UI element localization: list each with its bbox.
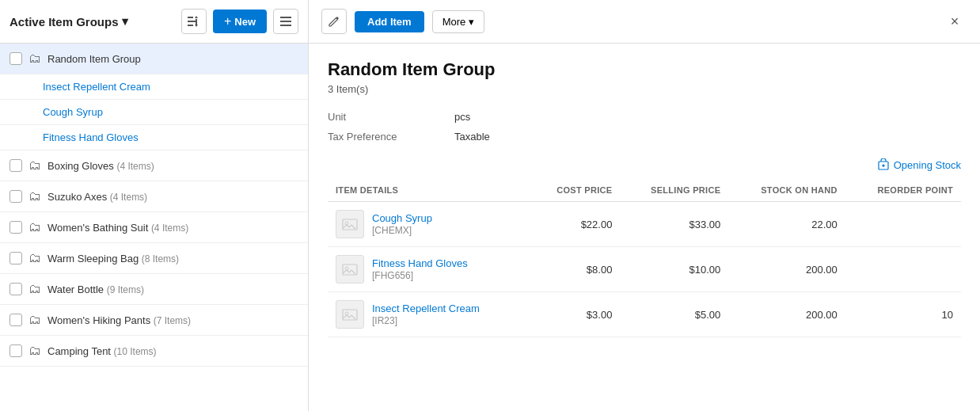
th-item-details: Item Details bbox=[328, 179, 530, 202]
more-label: More bbox=[443, 16, 466, 28]
svg-rect-3 bbox=[196, 19, 197, 25]
svg-marker-4 bbox=[195, 16, 198, 18]
sidebar: 🗂 Random Item Group Insect Repellent Cre… bbox=[0, 44, 309, 411]
fitness-hand-gloves-link[interactable]: Fitness Hand Gloves bbox=[43, 131, 139, 143]
cost-price-cell: $3.00 bbox=[530, 292, 620, 337]
detail-group-name: Random Item Group bbox=[328, 59, 961, 80]
active-item-groups-dropdown[interactable]: Active Item Groups ▾ bbox=[9, 14, 175, 29]
item-thumbnail bbox=[336, 255, 364, 284]
sidebar-item-warm-sleeping-bag[interactable]: 🗂 Warm Sleeping Bag (8 Items) bbox=[0, 243, 308, 274]
main-content: 🗂 Random Item Group Insect Repellent Cre… bbox=[0, 44, 980, 411]
sidebar-item-label-7: Women's Hiking Pants (7 Items) bbox=[47, 314, 191, 326]
unit-label: Unit bbox=[328, 111, 454, 123]
detail-panel: Random Item Group 3 Item(s) Unit pcs Tax… bbox=[309, 44, 980, 411]
close-icon: × bbox=[951, 13, 959, 30]
womens-bathing-suit-checkbox[interactable] bbox=[9, 221, 22, 234]
sidebar-subitem-fitness-hand-gloves[interactable]: Fitness Hand Gloves bbox=[0, 125, 308, 150]
reorder-point-cell: 10 bbox=[845, 292, 961, 337]
active-item-groups-label: Active Item Groups bbox=[9, 15, 119, 29]
boxing-gloves-checkbox[interactable] bbox=[9, 159, 22, 172]
svg-rect-2 bbox=[188, 25, 193, 26]
new-button[interactable]: + New bbox=[213, 10, 267, 33]
selling-price-cell: $10.00 bbox=[620, 247, 728, 292]
folder-icon-6: 🗂 bbox=[28, 282, 41, 296]
sidebar-item-boxing-gloves[interactable]: 🗂 Boxing Gloves (4 Items) bbox=[0, 150, 308, 181]
stock-on-hand-cell: 200.00 bbox=[728, 292, 845, 337]
svg-marker-5 bbox=[195, 25, 198, 27]
sidebar-subitem-insect-repellent[interactable]: Insect Repellent Cream bbox=[0, 74, 308, 100]
table-header-row: Item Details Cost Price Selling Price St… bbox=[328, 179, 961, 202]
folder-icon-3: 🗂 bbox=[28, 189, 41, 204]
add-item-button[interactable]: Add Item bbox=[355, 11, 424, 32]
add-item-label: Add Item bbox=[367, 16, 412, 28]
th-reorder-point: Reorder Point bbox=[845, 179, 961, 202]
edit-button[interactable] bbox=[321, 9, 347, 34]
th-stock-on-hand: Stock On Hand bbox=[728, 179, 845, 202]
left-toolbar: Active Item Groups ▾ + New bbox=[0, 0, 309, 43]
stock-on-hand-cell: 200.00 bbox=[728, 247, 845, 292]
collapse-tree-button[interactable] bbox=[181, 9, 207, 34]
sidebar-subitem-cough-syrup[interactable]: Cough Syrup bbox=[0, 100, 308, 125]
items-table: Item Details Cost Price Selling Price St… bbox=[328, 179, 961, 337]
item-sku: [CHEMX] bbox=[372, 225, 412, 236]
edit-icon bbox=[329, 16, 340, 27]
insect-repellent-link[interactable]: Insect Repellent Cream bbox=[43, 81, 150, 93]
sidebar-item-camping-tent[interactable]: 🗂 Camping Tent (10 Items) bbox=[0, 336, 308, 367]
water-bottle-checkbox[interactable] bbox=[9, 283, 22, 295]
random-item-group-checkbox[interactable] bbox=[9, 52, 22, 65]
detail-item-count: 3 Item(s) bbox=[328, 83, 961, 95]
sidebar-item-water-bottle[interactable]: 🗂 Water Bottle (9 Items) bbox=[0, 274, 308, 305]
sidebar-item-suzuko-axes[interactable]: 🗂 Suzuko Axes (4 Items) bbox=[0, 181, 308, 212]
table-row: Insect Repellent Cream [IR23] $3.00 $5.0… bbox=[328, 292, 961, 337]
tree-collapse-icon bbox=[188, 16, 200, 27]
item-details-cell: Fitness Hand Gloves [FHG656] bbox=[328, 247, 530, 292]
selling-price-cell: $5.00 bbox=[620, 292, 728, 337]
sidebar-item-womens-bathing-suit[interactable]: 🗂 Women's Bathing Suit (4 Items) bbox=[0, 212, 308, 243]
opening-stock-link[interactable]: Opening Stock bbox=[877, 158, 961, 171]
tax-value: Taxable bbox=[454, 131, 490, 143]
detail-fields: Unit pcs Tax Preference Taxable bbox=[328, 111, 961, 143]
cost-price-cell: $22.00 bbox=[530, 202, 620, 247]
right-toolbar: Add Item More ▾ × bbox=[309, 9, 980, 34]
item-name-link[interactable]: Insect Repellent Cream bbox=[372, 303, 480, 314]
tax-field-row: Tax Preference Taxable bbox=[328, 131, 961, 143]
item-name-link[interactable]: Cough Syrup bbox=[372, 212, 432, 224]
sidebar-item-label-3: Suzuko Axes (4 Items) bbox=[47, 191, 147, 203]
folder-icon-7: 🗂 bbox=[28, 313, 41, 327]
more-button[interactable]: More ▾ bbox=[432, 10, 485, 33]
suzuko-axes-checkbox[interactable] bbox=[9, 190, 22, 203]
svg-rect-8 bbox=[280, 25, 291, 26]
new-button-label: New bbox=[234, 16, 256, 28]
item-cell: Fitness Hand Gloves [FHG656] bbox=[336, 255, 522, 284]
reorder-point-cell bbox=[845, 202, 961, 247]
item-sku: [FHG656] bbox=[372, 270, 413, 281]
svg-rect-7 bbox=[280, 21, 291, 22]
tax-label: Tax Preference bbox=[328, 131, 454, 143]
dropdown-arrow-icon: ▾ bbox=[122, 14, 128, 29]
close-button[interactable]: × bbox=[942, 9, 967, 34]
cost-price-cell: $8.00 bbox=[530, 247, 620, 292]
warm-sleeping-bag-checkbox[interactable] bbox=[9, 252, 22, 264]
item-info: Insect Repellent Cream [IR23] bbox=[372, 303, 480, 326]
cough-syrup-link[interactable]: Cough Syrup bbox=[43, 106, 103, 118]
folder-icon-4: 🗂 bbox=[28, 220, 41, 234]
item-cell: Cough Syrup [CHEMX] bbox=[336, 210, 522, 238]
reorder-point-cell bbox=[845, 247, 961, 292]
svg-rect-1 bbox=[188, 21, 196, 22]
womens-hiking-pants-checkbox[interactable] bbox=[9, 314, 22, 326]
list-options-button[interactable] bbox=[273, 9, 298, 34]
camping-tent-checkbox[interactable] bbox=[9, 344, 22, 357]
item-name-link[interactable]: Fitness Hand Gloves bbox=[372, 257, 468, 269]
svg-rect-6 bbox=[280, 17, 291, 18]
table-row: Fitness Hand Gloves [FHG656] $8.00 $10.0… bbox=[328, 247, 961, 292]
opening-stock-row: Opening Stock bbox=[328, 158, 961, 171]
sidebar-item-womens-hiking-pants[interactable]: 🗂 Women's Hiking Pants (7 Items) bbox=[0, 305, 308, 336]
unit-field-row: Unit pcs bbox=[328, 111, 961, 123]
list-options-icon bbox=[280, 17, 291, 26]
sidebar-item-random-item-group[interactable]: 🗂 Random Item Group bbox=[0, 44, 308, 74]
sidebar-item-label-6: Water Bottle (9 Items) bbox=[47, 284, 144, 295]
item-details-cell: Insect Repellent Cream [IR23] bbox=[328, 292, 530, 337]
item-thumbnail bbox=[336, 300, 364, 329]
th-cost-price: Cost Price bbox=[530, 179, 620, 202]
th-selling-price: Selling Price bbox=[620, 179, 728, 202]
